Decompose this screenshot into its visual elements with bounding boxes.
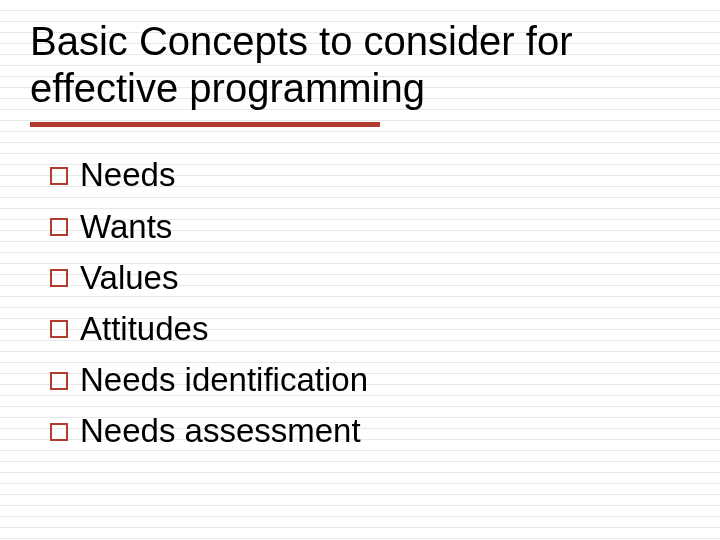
list-item-label: Needs assessment bbox=[80, 405, 361, 456]
bullet-list: Needs Wants Values Attitudes Needs ident… bbox=[30, 149, 690, 456]
list-item: Needs bbox=[50, 149, 690, 200]
list-item: Attitudes bbox=[50, 303, 690, 354]
list-item-label: Attitudes bbox=[80, 303, 208, 354]
square-bullet-icon bbox=[50, 167, 68, 185]
page-title: Basic Concepts to consider for effective… bbox=[30, 18, 690, 112]
list-item-label: Values bbox=[80, 252, 178, 303]
list-item: Values bbox=[50, 252, 690, 303]
slide-content: Basic Concepts to consider for effective… bbox=[0, 0, 720, 456]
list-item-label: Wants bbox=[80, 201, 172, 252]
list-item: Needs assessment bbox=[50, 405, 690, 456]
square-bullet-icon bbox=[50, 423, 68, 441]
list-item: Wants bbox=[50, 201, 690, 252]
list-item: Needs identification bbox=[50, 354, 690, 405]
square-bullet-icon bbox=[50, 372, 68, 390]
square-bullet-icon bbox=[50, 320, 68, 338]
square-bullet-icon bbox=[50, 218, 68, 236]
accent-divider bbox=[30, 122, 380, 127]
list-item-label: Needs bbox=[80, 149, 175, 200]
list-item-label: Needs identification bbox=[80, 354, 368, 405]
square-bullet-icon bbox=[50, 269, 68, 287]
